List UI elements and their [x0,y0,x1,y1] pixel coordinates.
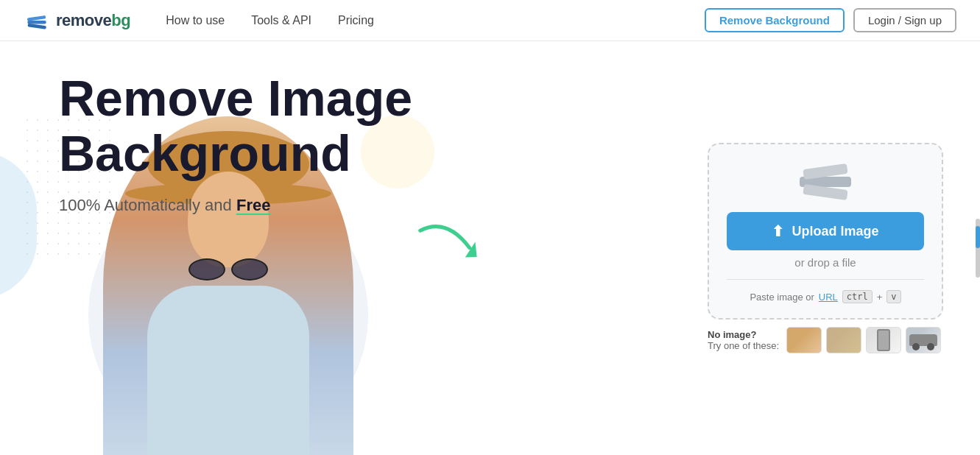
sample-images-row: No image? Try one of these: [708,327,943,353]
navbar: removebg How to use Tools & API Pricing … [0,0,980,41]
kbd-plus: + [877,292,883,303]
logo-icon [24,7,50,34]
login-signup-button[interactable]: Login / Sign up [853,8,956,32]
hero-title: Remove Image Background [59,71,700,181]
upload-image-button[interactable]: ⬆ Upload Image [727,212,924,250]
svg-rect-2 [27,23,46,29]
layers-icon [800,166,851,197]
sample-thumb-car[interactable] [906,327,941,353]
nav-tools-api[interactable]: Tools & API [251,14,311,27]
paste-label: Paste image or [750,292,814,303]
logo[interactable]: removebg [24,7,130,34]
nav-pricing[interactable]: Pricing [338,14,374,27]
svg-rect-1 [27,21,46,24]
svg-rect-0 [27,15,46,21]
no-image-label: No image? Try one of these: [708,329,779,351]
sample-thumb-phone[interactable] [866,327,901,353]
scroll-thumb [976,226,980,248]
kbd-ctrl: ctrl [842,290,873,303]
hero-section: Remove Image Background 100% Automatical… [0,41,980,455]
sample-thumb-dog[interactable] [826,327,861,353]
scroll-indicator [976,219,980,278]
nav-actions: Remove Background Login / Sign up [705,8,956,32]
sample-thumbs [786,327,941,353]
svg-marker-3 [462,242,481,261]
nav-how-to-use[interactable]: How to use [166,14,225,27]
paste-url-link[interactable]: URL [819,292,838,303]
kbd-v: v [886,290,900,303]
drop-file-text: or drop a file [794,256,856,269]
hero-upload-area: ⬆ Upload Image or drop a file Paste imag… [700,41,980,455]
remove-background-button[interactable]: Remove Background [705,8,845,32]
brand-name: removebg [56,11,130,30]
paste-row: Paste image or URL ctrl + v [727,279,924,303]
upload-card: ⬆ Upload Image or drop a file Paste imag… [708,143,943,320]
hero-text: Remove Image Background 100% Automatical… [0,41,700,455]
nav-links: How to use Tools & API Pricing [166,14,705,27]
upload-icon: ⬆ [772,222,784,240]
hero-subtitle: 100% Automatically and Free [59,196,700,215]
sample-thumb-woman[interactable] [786,327,822,353]
